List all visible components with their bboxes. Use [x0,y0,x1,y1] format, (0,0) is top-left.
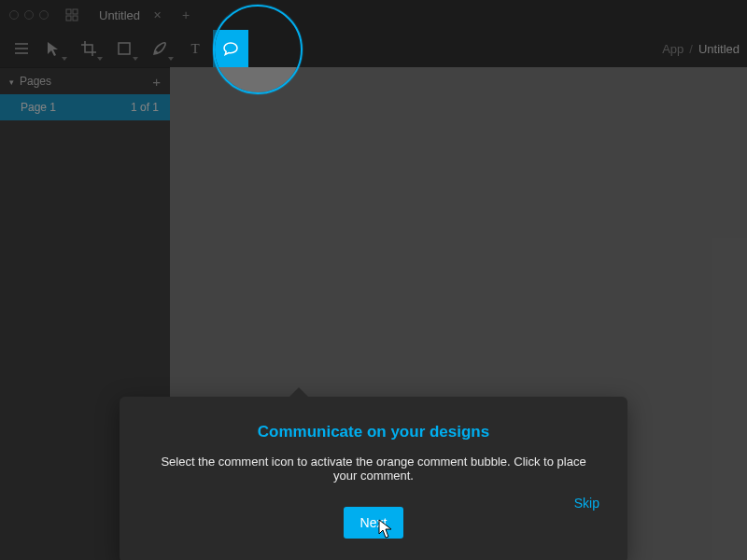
skip-link[interactable]: Skip [574,496,599,511]
onboarding-body: Select the comment icon to activate the … [153,455,594,483]
onboarding-title: Communicate on your designs [153,423,594,441]
onboarding-popup: Communicate on your designs Select the c… [120,397,627,560]
app-root: Untitled ✕ + [0,0,747,560]
next-button[interactable]: Next [344,507,404,539]
